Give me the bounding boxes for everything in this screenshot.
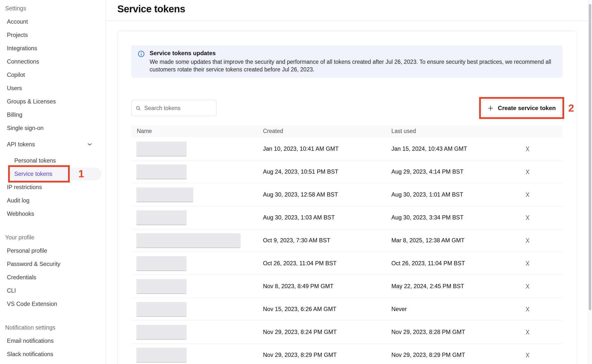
token-last-used: Nov 29, 2023, 8:28 PM GMT — [391, 329, 509, 335]
plus-icon — [487, 105, 494, 112]
token-created: Oct 26, 2023, 11:04 PM BST — [263, 260, 391, 267]
sidebar-item-personal-profile[interactable]: Personal profile — [0, 244, 106, 257]
delete-token-button[interactable] — [523, 213, 532, 222]
token-last-used: Oct 26, 2023, 11:04 PM BST — [391, 260, 509, 267]
delete-token-button[interactable] — [523, 328, 532, 336]
sidebar-item-connections[interactable]: Connections — [0, 55, 106, 68]
delete-token-button[interactable] — [523, 145, 532, 153]
sidebar-item-audit-log[interactable]: Audit log — [0, 194, 106, 207]
page-scrollbar[interactable] — [588, 0, 592, 364]
token-row: Nov 8, 2023, 8:49 PM GMT May 22, 2024, 2… — [131, 275, 562, 298]
delete-token-button[interactable] — [523, 259, 532, 268]
token-name-redacted — [136, 348, 187, 362]
token-last-used: Aug 30, 2023, 3:34 PM BST — [391, 214, 509, 221]
delete-token-icon — [524, 146, 531, 152]
delete-token-icon — [524, 283, 531, 290]
table-header: Name Created Last used — [131, 125, 562, 137]
delete-token-button[interactable] — [523, 305, 532, 314]
token-last-used: Aug 30, 2023, 1:01 AM BST — [391, 191, 509, 198]
token-row: Jan 10, 2023, 10:41 AM GMT Jan 15, 2024,… — [131, 137, 562, 160]
delete-token-icon — [524, 191, 531, 198]
create-service-token-label: Create service token — [498, 105, 556, 112]
title-divider — [106, 20, 592, 21]
sidebar-item-copilot[interactable]: Copilot — [0, 68, 106, 82]
sidebar-item-personal-tokens[interactable]: Personal tokens — [0, 154, 106, 167]
sidebar-item-integrations[interactable]: Integrations — [0, 42, 106, 55]
scrollbar-thumb[interactable] — [589, 4, 591, 310]
token-row: Nov 29, 2023, 8:29 PM GMT Nov 29, 2023, … — [131, 344, 562, 364]
sidebar-section-notification-settings: Notification settings — [0, 321, 106, 334]
delete-token-icon — [524, 214, 531, 221]
sidebar-item-webhooks[interactable]: Webhooks — [0, 207, 106, 220]
settings-sidebar: Settings Account Projects Integrations C… — [0, 0, 106, 364]
page-title: Service tokens — [117, 3, 185, 15]
column-header-created: Created — [263, 128, 391, 134]
sidebar-item-users[interactable]: Users — [0, 82, 106, 95]
search-tokens-input[interactable] — [144, 105, 212, 112]
search-tokens-field[interactable] — [131, 100, 217, 116]
search-icon — [136, 105, 141, 111]
service-tokens-card: Service tokens updates We made some upda… — [118, 31, 577, 364]
sidebar-item-projects[interactable]: Projects — [0, 28, 106, 42]
sidebar-item-single-sign-on[interactable]: Single sign-on — [0, 121, 106, 135]
sidebar-item-cli[interactable]: CLI — [0, 284, 106, 297]
delete-token-icon — [524, 352, 531, 358]
annotation-step-1: 1 — [78, 168, 84, 180]
delete-token-button[interactable] — [523, 167, 532, 176]
chevron-down-icon — [87, 141, 93, 148]
sidebar-item-groups-licenses[interactable]: Groups & Licenses — [0, 95, 106, 108]
delete-token-icon — [524, 306, 531, 313]
token-created: Nov 8, 2023, 8:49 PM GMT — [263, 283, 391, 290]
token-created: Nov 15, 2023, 6:26 AM GMT — [263, 306, 391, 313]
token-last-used: Nov 29, 2023, 8:29 PM GMT — [391, 352, 509, 358]
token-created: Aug 30, 2023, 1:03 AM BST — [263, 214, 391, 221]
sidebar-item-service-tokens[interactable]: Service tokens 1 — [0, 167, 106, 181]
token-last-used: Mar 8, 2025, 12:38 AM GMT — [391, 237, 509, 244]
delete-token-icon — [524, 260, 531, 267]
sidebar-item-credentials[interactable]: Credentials — [0, 271, 106, 284]
token-name-redacted — [136, 233, 241, 248]
token-row: Aug 24, 2023, 10:51 PM BST Aug 29, 2023,… — [131, 160, 562, 183]
sidebar-item-vs-code-extension[interactable]: VS Code Extension — [0, 297, 106, 311]
info-banner: Service tokens updates We made some upda… — [131, 45, 562, 78]
delete-token-button[interactable] — [523, 282, 532, 291]
token-row: Oct 26, 2023, 11:04 PM BST Oct 26, 2023,… — [131, 252, 562, 275]
token-name-redacted — [136, 187, 193, 202]
delete-token-button[interactable] — [523, 236, 532, 245]
delete-token-button[interactable] — [523, 190, 532, 199]
token-created: Aug 24, 2023, 10:51 PM BST — [263, 168, 391, 175]
sidebar-section-settings: Settings — [0, 2, 106, 15]
toolbar: Create service token 2 — [131, 100, 562, 116]
token-name-redacted — [136, 279, 187, 293]
token-name-redacted — [136, 256, 187, 270]
token-created: Nov 29, 2023, 8:24 PM GMT — [263, 329, 391, 335]
token-row: Oct 9, 2023, 7:30 AM BST Mar 8, 2025, 12… — [131, 229, 562, 252]
delete-token-button[interactable] — [523, 351, 532, 359]
token-row: Nov 29, 2023, 8:24 PM GMT Nov 29, 2023, … — [131, 321, 562, 344]
service-tokens-table: Name Created Last used Jan 10, 2023, 10:… — [131, 125, 562, 364]
token-last-used: Aug 29, 2023, 4:14 PM BST — [391, 168, 509, 175]
page: Settings Account Projects Integrations C… — [0, 0, 592, 364]
sidebar-item-billing[interactable]: Billing — [0, 108, 106, 121]
create-service-token-button[interactable]: Create service token — [482, 100, 561, 116]
info-icon — [138, 50, 145, 57]
token-created: Jan 10, 2023, 10:41 AM GMT — [263, 146, 391, 152]
sidebar-item-ip-restrictions[interactable]: IP restrictions — [0, 181, 106, 194]
delete-token-icon — [524, 329, 531, 335]
column-header-name: Name — [131, 128, 263, 134]
column-header-last-used: Last used — [391, 128, 509, 134]
token-created: Aug 30, 2023, 12:58 AM BST — [263, 191, 391, 198]
sidebar-item-slack-notifications[interactable]: Slack notifications — [0, 347, 106, 361]
token-row: Aug 30, 2023, 12:58 AM BST Aug 30, 2023,… — [131, 183, 562, 206]
token-last-used: Never — [391, 306, 509, 313]
token-last-used: Jan 15, 2024, 10:43 AM GMT — [391, 146, 509, 152]
token-name-redacted — [136, 165, 187, 179]
main-content: Service tokens Service tokens updates We… — [106, 0, 592, 364]
annotation-step-2: 2 — [568, 102, 574, 114]
sidebar-item-api-tokens[interactable]: API tokens — [0, 138, 106, 151]
token-row: Nov 15, 2023, 6:26 AM GMT Never — [131, 298, 562, 321]
token-name-redacted — [136, 210, 187, 225]
sidebar-item-email-notifications[interactable]: Email notifications — [0, 334, 106, 347]
sidebar-item-account[interactable]: Account — [0, 15, 106, 28]
sidebar-item-password-security[interactable]: Password & Security — [0, 257, 106, 271]
